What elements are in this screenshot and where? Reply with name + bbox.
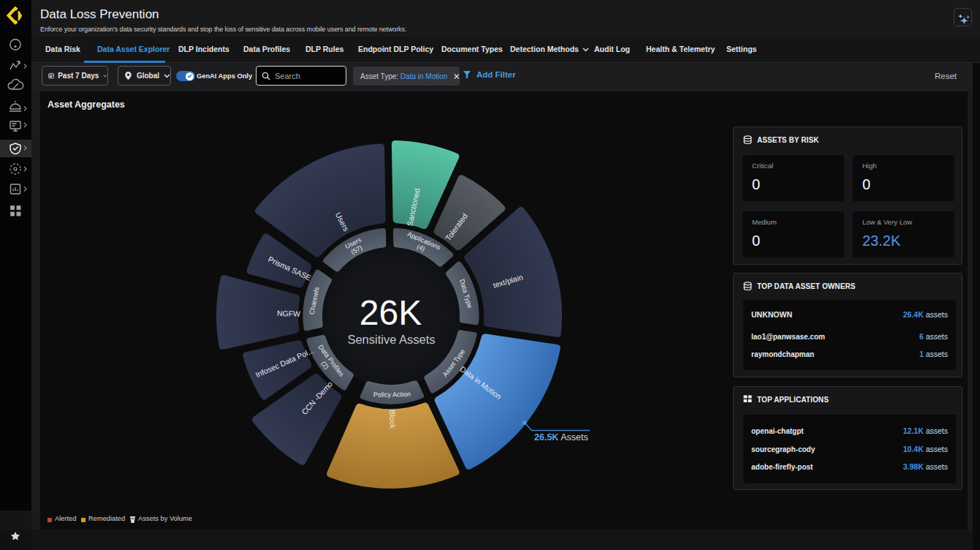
svg-text:26K: 26K <box>360 293 422 332</box>
svg-text:Sensitive Assets: Sensitive Assets <box>347 333 435 346</box>
svg-text:Block: Block <box>388 410 397 429</box>
svg-text:Policy Action: Policy Action <box>373 391 411 399</box>
svg-text:26.5K Assets: 26.5K Assets <box>534 432 588 442</box>
svg-text:NGFW: NGFW <box>277 309 300 318</box>
